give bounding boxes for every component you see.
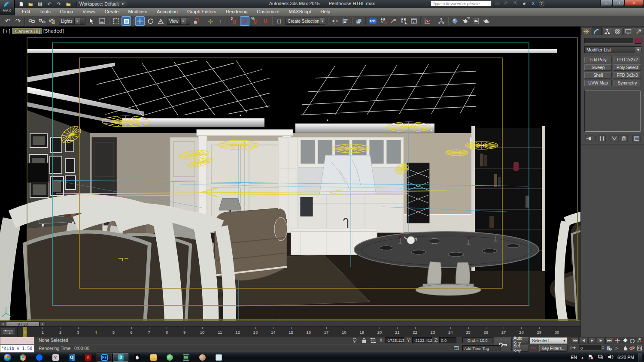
select-and-link-icon[interactable]: [27, 16, 36, 26]
menu-rendering[interactable]: Rendering: [221, 8, 252, 15]
frame-spinner[interactable]: ▲▼: [602, 345, 604, 350]
tab-hierarchy[interactable]: [602, 27, 613, 35]
key-mode-dropdown[interactable]: Selected ▼: [530, 337, 568, 344]
camera-viewport[interactable]: [+] [Camera18] [Shaded]: [0, 27, 580, 320]
search-icon[interactable]: [494, 1, 501, 6]
next-frame-arrow[interactable]: >: [39, 321, 46, 326]
undo-icon[interactable]: ↶: [46, 1, 53, 7]
align-button[interactable]: [340, 16, 350, 26]
menu-customize[interactable]: Customize: [252, 8, 284, 15]
select-and-manipulate-button[interactable]: [206, 16, 215, 26]
select-and-rotate-button[interactable]: [146, 16, 155, 26]
modifier-btn-poly-select[interactable]: Poly Select: [614, 64, 641, 71]
taskbar-app-3ds-max[interactable]: 3: [113, 353, 128, 362]
rendered-frame-window-button[interactable]: [471, 16, 480, 26]
modifier-btn-edit-poly[interactable]: Edit Poly: [584, 57, 612, 63]
render-production-button[interactable]: [481, 16, 491, 26]
time-slider-handle[interactable]: 0 / 30: [6, 321, 39, 326]
use-pivot-point-center-button[interactable]: [192, 16, 201, 26]
new-scene-icon[interactable]: [17, 1, 25, 7]
prs-delete-button[interactable]: P RS✕: [378, 16, 388, 26]
subscription-icon[interactable]: [503, 0, 510, 6]
communication-center-icon[interactable]: [512, 0, 519, 6]
volume-icon[interactable]: [608, 354, 614, 361]
zoom-extents-icon[interactable]: [623, 338, 628, 343]
taskbar-app-gallery-app[interactable]: [194, 353, 210, 362]
isolate-selection-icon[interactable]: [352, 338, 357, 344]
y-coord-field[interactable]: -2122.412: [412, 337, 432, 343]
menu-views[interactable]: Views: [78, 8, 100, 15]
tab-display[interactable]: [623, 27, 634, 35]
key-mode-toggle-icon[interactable]: [570, 345, 577, 350]
selection-region-button[interactable]: [111, 16, 121, 26]
curve-editor-button[interactable]: [423, 16, 432, 26]
previous-frame-button[interactable]: ◀||: [580, 337, 587, 344]
named-selection-sets-dropdown[interactable]: Create Selection Se ▼: [286, 18, 325, 25]
select-and-scale-button[interactable]: [156, 16, 165, 26]
exchange-apps-icon[interactable]: X: [530, 1, 537, 6]
auto-key-button[interactable]: Auto Key: [513, 337, 529, 344]
mirror-button[interactable]: [330, 16, 340, 26]
zoom-keyframes-icon[interactable]: [615, 338, 620, 343]
close-button[interactable]: ×: [624, 0, 643, 6]
taskbar-app-google-chrome[interactable]: [15, 353, 30, 362]
project-folder-icon[interactable]: [64, 1, 72, 7]
key-filters-button[interactable]: Key Filters...: [539, 345, 568, 352]
redo-button[interactable]: ↷: [13, 16, 23, 26]
menu-graph-editors[interactable]: Graph Editors: [182, 8, 221, 15]
maxscript-macro-recorder[interactable]: [0, 337, 34, 344]
viewport-shading-menu[interactable]: [Shaded]: [43, 28, 65, 34]
taskbar-app-acrobat[interactable]: A: [80, 353, 96, 362]
spinner-snap-toggle[interactable]: [261, 16, 270, 26]
taskbar-app-remote-desktop[interactable]: [178, 353, 194, 362]
z-coord-field[interactable]: 0.0: [439, 337, 456, 343]
start-button[interactable]: [0, 353, 15, 362]
modifier-btn-ffd-2x2x2[interactable]: FFD 2x2x2: [614, 57, 641, 63]
select-by-name-button[interactable]: [97, 16, 107, 26]
modifier-btn-sweep[interactable]: Sweep: [584, 64, 612, 71]
show-end-result-button[interactable]: [598, 135, 606, 142]
open-listener-window-icon[interactable]: [453, 345, 459, 351]
keyboard-shortcut-override-toggle[interactable]: ↑: [216, 16, 225, 26]
action-center-icon[interactable]: [588, 354, 594, 361]
modifier-btn-shell[interactable]: Shell: [584, 72, 612, 78]
maximize-viewport-toggle[interactable]: [637, 345, 642, 351]
object-color-swatch[interactable]: [635, 38, 641, 44]
menu-tools[interactable]: Tools: [35, 8, 55, 15]
pan-2d-icon[interactable]: ▷: [615, 345, 618, 350]
toggle-layer-explorer-button[interactable]: [354, 16, 364, 26]
reference-coordinate-system-dropdown[interactable]: View ▼: [167, 18, 190, 25]
save-file-icon[interactable]: [36, 1, 44, 7]
railclone-rb-button[interactable]: RB: [368, 16, 377, 26]
next-frame-button[interactable]: ||▶: [597, 337, 605, 344]
modifier-list-dropdown[interactable]: Modifier List ▼: [584, 46, 641, 53]
menu-create[interactable]: Create: [100, 8, 123, 15]
select-and-move-button[interactable]: [135, 16, 145, 26]
taskbar-app-unikey[interactable]: V: [48, 353, 63, 362]
search-input[interactable]: [431, 0, 492, 6]
menu-group[interactable]: Group: [55, 8, 78, 15]
pin-stack-button[interactable]: [585, 135, 593, 142]
undo-button[interactable]: ↶: [3, 16, 12, 26]
taskbar-app-green-app[interactable]: [162, 353, 177, 362]
tab-utilities[interactable]: [634, 27, 644, 35]
menu-help[interactable]: Help: [316, 8, 335, 15]
edit-named-selection-sets-button[interactable]: { }: [274, 16, 284, 26]
field-of-view-icon[interactable]: [629, 338, 635, 343]
current-frame-field[interactable]: 0: [579, 345, 601, 351]
modifier-stack[interactable]: [585, 90, 641, 132]
taskbar-app-outlook[interactable]: O: [64, 353, 79, 362]
pan-view-icon[interactable]: [623, 345, 628, 351]
tab-create[interactable]: [581, 27, 592, 35]
zoom-extents-all-icon[interactable]: [637, 338, 642, 343]
menu-modifiers[interactable]: Modifiers: [123, 8, 152, 15]
snaps-toggle-3d[interactable]: 3: [230, 16, 239, 26]
show-desktop-button[interactable]: [638, 353, 642, 362]
x-coord-field[interactable]: -1725.113: [385, 337, 404, 343]
material-editor-button[interactable]: [450, 16, 460, 26]
network-icon[interactable]: [598, 354, 604, 361]
object-name-field[interactable]: [584, 38, 633, 44]
modifier-btn-ffd-3x3x3[interactable]: FFD 3x3x3: [614, 72, 641, 78]
minimize-button[interactable]: –: [600, 0, 612, 6]
play-animation-button[interactable]: ▶: [588, 337, 596, 344]
